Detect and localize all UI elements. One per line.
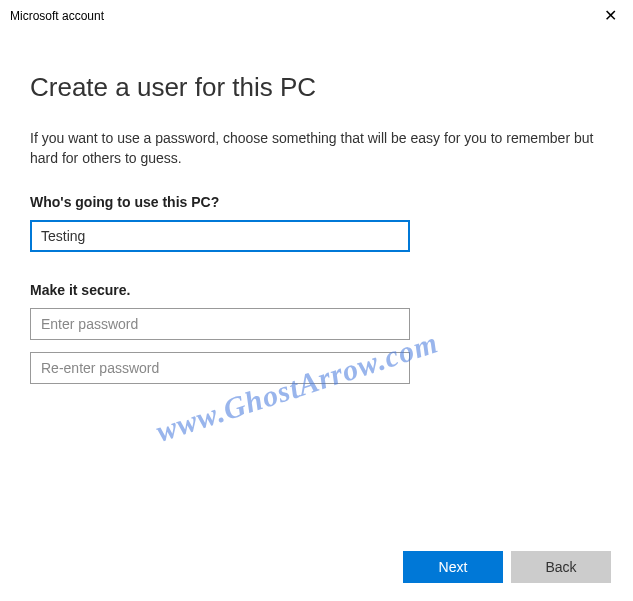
password-input[interactable] <box>30 308 410 340</box>
username-input[interactable] <box>30 220 410 252</box>
next-button[interactable]: Next <box>403 551 503 583</box>
back-button[interactable]: Back <box>511 551 611 583</box>
content-area: Create a user for this PC If you want to… <box>0 32 633 396</box>
footer-buttons: Next Back <box>403 551 611 583</box>
page-title: Create a user for this PC <box>30 72 603 103</box>
close-icon[interactable]: ✕ <box>598 6 623 26</box>
window-title: Microsoft account <box>10 9 104 23</box>
secure-label: Make it secure. <box>30 282 603 298</box>
username-label: Who's going to use this PC? <box>30 194 603 210</box>
confirm-password-input[interactable] <box>30 352 410 384</box>
titlebar: Microsoft account ✕ <box>0 0 633 32</box>
page-subtext: If you want to use a password, choose so… <box>30 129 603 168</box>
